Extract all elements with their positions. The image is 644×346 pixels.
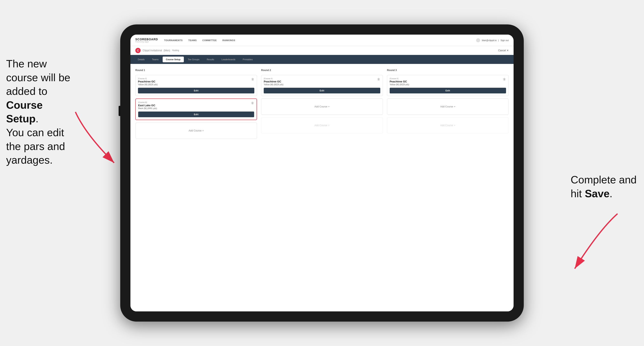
round1-course-a-delete-icon[interactable]: 🗑: [251, 77, 255, 81]
round3-course-a-edit-button[interactable]: Edit: [390, 88, 506, 93]
tournament-name: Clippd Invitational (Men): [143, 49, 170, 52]
nav-committee[interactable]: COMMITTEE: [202, 38, 217, 42]
tab-tee-groups[interactable]: Tee Groups: [185, 57, 203, 62]
tab-details[interactable]: Details: [134, 57, 148, 62]
tournament-logo: C: [135, 48, 140, 53]
round2-course-a-label: (Course A): [264, 78, 380, 80]
round-3-title: Round 3: [387, 69, 509, 72]
round3-course-a-delete-icon[interactable]: 🗑: [502, 77, 506, 81]
round1-course-b-edit-button[interactable]: Edit: [138, 112, 254, 117]
round-1-title: Round 1: [135, 69, 257, 72]
round-2-title: Round 2: [261, 69, 383, 72]
tournament-bar: C Clippd Invitational (Men) Hosting Canc…: [130, 46, 514, 55]
round1-course-a-name: Peachtree GC: [138, 80, 254, 83]
user-email: blair@clippd.io: [482, 39, 496, 41]
annotation-right: Complete and hit Save.: [571, 173, 640, 200]
nav-rankings[interactable]: RANKINGS: [222, 38, 235, 42]
tab-teams[interactable]: Teams: [149, 57, 162, 62]
tab-course-setup[interactable]: Course Setup: [163, 57, 184, 62]
round3-add-course-disabled-text: Add Course +: [440, 124, 455, 127]
tab-printables[interactable]: Printables: [240, 57, 256, 62]
round2-add-course-text: Add Course +: [314, 105, 330, 108]
round1-course-b-label: (Course B): [138, 101, 254, 103]
rounds-grid: Round 1 🗑 (Course A) Peachtree GC Yellow…: [135, 69, 509, 139]
round2-course-a-name: Peachtree GC: [264, 80, 380, 83]
tablet-screen: SCOREBOARD Powered by clippd TOURNAMENTS…: [130, 35, 514, 311]
top-nav: SCOREBOARD Powered by clippd TOURNAMENTS…: [130, 35, 514, 46]
round3-course-a-tee: Yellow (M) (6629 yds): [390, 83, 506, 86]
round1-course-a-card: 🗑 (Course A) Peachtree GC Yellow (M) (66…: [135, 75, 257, 96]
round3-course-a-label: (Course A): [390, 78, 506, 80]
arrow-left: [69, 110, 126, 167]
round1-course-a-label: (Course A): [138, 78, 254, 80]
annotation-line5: You can edit: [6, 127, 64, 138]
logo-powered-by: Powered by clippd: [135, 41, 158, 43]
annotation-save: Save: [585, 188, 609, 199]
round-3-column: Round 3 🗑 (Course A) Peachtree GC Yellow…: [387, 69, 509, 139]
round2-course-a-delete-icon[interactable]: 🗑: [376, 77, 381, 81]
annotation-line6: the pars and: [6, 141, 65, 152]
tab-leaderboards[interactable]: Leaderboards: [218, 57, 239, 62]
round3-course-a-card: 🗑 (Course A) Peachtree GC Yellow (M) (66…: [387, 75, 509, 96]
round2-course-a-card: 🗑 (Course A) Peachtree GC Yellow (M) (66…: [261, 75, 383, 96]
scoreboard-logo: SCOREBOARD: [135, 38, 158, 41]
round3-add-course-disabled: Add Course +: [387, 117, 509, 134]
annotation-line1: The new: [6, 58, 47, 70]
annotation-left: The new course will be added to Course S…: [6, 57, 76, 167]
user-avatar: [476, 38, 480, 42]
round1-course-a-tee: Yellow (M) (6629 yds): [138, 83, 254, 86]
main-nav: TOURNAMENTS TEAMS COMMITTEE RANKINGS: [164, 38, 476, 42]
nav-tournaments[interactable]: TOURNAMENTS: [164, 38, 182, 42]
round1-course-b-name: East Lake GC: [138, 104, 254, 107]
round1-course-b-tee: Black (M) (6891 yds): [138, 107, 254, 110]
tablet-frame: SCOREBOARD Powered by clippd TOURNAMENTS…: [120, 24, 524, 322]
cancel-button[interactable]: Cancel ✕: [498, 49, 509, 52]
round-2-column: Round 2 🗑 (Course A) Peachtree GC Yellow…: [261, 69, 383, 139]
annotation-right-line1: Complete and: [571, 174, 637, 186]
round2-course-a-edit-button[interactable]: Edit: [264, 88, 380, 93]
annotation-line7: yardages.: [6, 154, 52, 166]
round1-add-course-button[interactable]: Add Course +: [135, 123, 257, 139]
round1-course-b-delete-icon[interactable]: 🗑: [250, 101, 254, 105]
round1-add-course-text: Add Course +: [188, 129, 204, 132]
round2-add-course-disabled: Add Course +: [261, 117, 383, 134]
round1-course-b-card: 🗑 (Course B) East Lake GC Black (M) (689…: [135, 99, 257, 120]
nav-right: blair@clippd.io | Sign out: [476, 38, 509, 42]
round3-add-course-button[interactable]: Add Course +: [387, 99, 509, 115]
annotation-right-line2-plain: hit: [571, 188, 585, 199]
round3-course-a-name: Peachtree GC: [390, 80, 506, 83]
annotation-line2: course will be: [6, 72, 70, 83]
round-1-column: Round 1 🗑 (Course A) Peachtree GC Yellow…: [135, 69, 257, 139]
sign-out-link[interactable]: Sign out: [500, 39, 509, 41]
arrow-right: [558, 210, 624, 275]
logo-area: SCOREBOARD Powered by clippd: [135, 38, 158, 43]
tab-results[interactable]: Results: [204, 57, 218, 62]
round3-add-course-text: Add Course +: [440, 105, 455, 108]
round1-course-a-edit-button[interactable]: Edit: [138, 88, 254, 93]
nav-teams[interactable]: TEAMS: [188, 38, 197, 42]
hosting-badge: Hosting: [172, 49, 179, 51]
main-content: Round 1 🗑 (Course A) Peachtree GC Yellow…: [130, 64, 514, 311]
round2-add-course-button[interactable]: Add Course +: [261, 99, 383, 115]
annotation-line3: added to: [6, 85, 47, 97]
round2-add-course-disabled-text: Add Course +: [314, 124, 330, 127]
round2-course-a-tee: Yellow (M) (6629 yds): [264, 83, 380, 86]
tab-bar: Details Teams Course Setup Tee Groups Re…: [130, 55, 514, 64]
